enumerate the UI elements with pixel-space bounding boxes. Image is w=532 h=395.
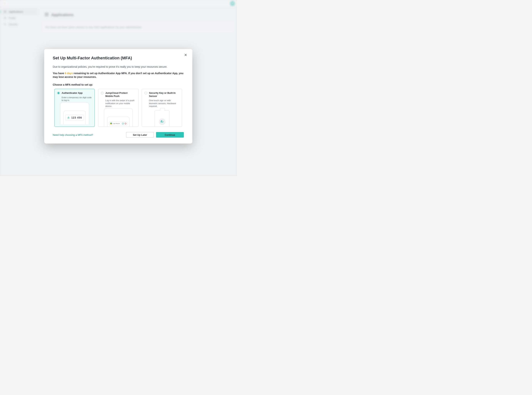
card-title: Security Key or Built-In Sensor — [149, 92, 179, 98]
modal-title: Set Up Multi-Factor Authentication (MFA) — [53, 56, 184, 60]
card-description: One-touch sign on with biometric sensors… — [149, 99, 179, 108]
card-description: Enter a temporary six digit code to log … — [62, 96, 92, 102]
help-link[interactable]: Need help choosing a MFA method? — [53, 133, 93, 136]
fingerprint-icon — [160, 120, 164, 124]
days-remaining: 6 days — [65, 72, 73, 75]
continue-button[interactable]: Continue — [156, 132, 184, 137]
close-button[interactable] — [184, 53, 188, 57]
jumpcloud-logo-icon — [110, 123, 112, 125]
modal-intro: Due to organizational policies, you're r… — [53, 65, 184, 69]
svg-rect-10 — [68, 118, 69, 119]
push-label: Login Request — [113, 123, 121, 124]
card-description: Log in with the swipe of a push notifica… — [105, 99, 136, 108]
card-illustration: 123 456 — [57, 104, 92, 125]
radio-selected-icon — [57, 92, 60, 94]
sample-code: 123 456 — [71, 116, 82, 119]
lock-icon — [67, 116, 70, 119]
radio-icon — [101, 92, 103, 94]
mfa-method-options: Authenticator App Enter a temporary six … — [53, 89, 184, 127]
deny-icon: ✕ — [125, 123, 126, 125]
mfa-setup-modal: Set Up Multi-Factor Authentication (MFA)… — [44, 49, 192, 143]
radio-icon — [145, 92, 147, 94]
modal-warning: You have 6 days remaining to set up Auth… — [53, 71, 184, 79]
close-icon — [184, 54, 187, 56]
mfa-option-authenticator-app[interactable]: Authenticator App Enter a temporary six … — [54, 89, 95, 127]
card-title: JumpCloud Protect Mobile Push — [105, 92, 136, 98]
card-illustration — [145, 110, 179, 127]
mfa-option-mobile-push[interactable]: JumpCloud Protect Mobile Push Log in wit… — [98, 89, 139, 127]
mfa-option-security-key[interactable]: Security Key or Built-In Sensor One-touc… — [142, 89, 182, 127]
card-title: Authenticator App — [62, 92, 83, 94]
card-illustration: Login Request ✓ ✕ — [101, 110, 136, 127]
choose-method-label: Choose a MFA method to set up: — [53, 83, 184, 86]
approve-icon: ✓ — [122, 123, 124, 125]
set-up-later-button[interactable]: Set Up Later — [126, 132, 154, 137]
modal-footer: Need help choosing a MFA method? Set Up … — [53, 132, 184, 137]
